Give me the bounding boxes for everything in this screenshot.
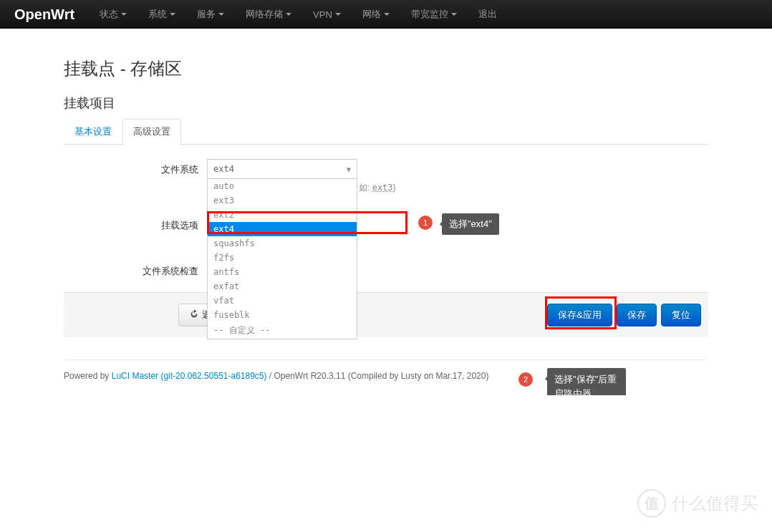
mount-options-row: 挂载选项 [64, 215, 708, 232]
main-container: 挂载点 - 存储区 挂载项目 基本设置高级设置 文件系统 ext4 ▼ 如: e… [49, 29, 723, 395]
caret-icon [451, 13, 457, 16]
filesystem-label: 文件系统 [64, 159, 207, 176]
nav-item-6[interactable]: 带宽监控 [400, 1, 468, 28]
filesystem-value: ext4 [213, 164, 234, 174]
fscheck-label: 文件系统检查 [64, 261, 207, 278]
caret-icon [384, 13, 390, 16]
nav-item-3[interactable]: 网络存储 [235, 1, 302, 28]
nav-item-2[interactable]: 服务 [186, 1, 235, 28]
footer-prefix: Powered by [64, 371, 112, 381]
fs-option-ext4[interactable]: ext4 [208, 222, 357, 236]
fs-option-squashfs[interactable]: squashfs [208, 236, 357, 251]
caret-icon [218, 13, 224, 16]
mount-options-label: 挂载选项 [64, 215, 207, 232]
fs-option-antfs[interactable]: antfs [208, 265, 357, 279]
form-area: 文件系统 ext4 ▼ 如: ext3) autoext3ext2ext4squ… [64, 159, 708, 278]
fs-option-vfat[interactable]: vfat [208, 294, 357, 308]
caret-icon [170, 13, 175, 16]
nav-item-1[interactable]: 系统 [137, 1, 186, 28]
annotation-tooltip-1: 选择"ext4" [442, 213, 499, 235]
filesystem-row: 文件系统 ext4 ▼ 如: ext3) autoext3ext2ext4squ… [64, 159, 708, 179]
refresh-icon [189, 309, 199, 321]
tabs: 基本设置高级设置 [64, 119, 708, 145]
page-title: 挂载点 - 存储区 [64, 57, 708, 80]
caret-icon [286, 13, 291, 16]
footer-suffix: / OpenWrt R20.3.11 (Compiled by Lusty on… [267, 371, 489, 381]
brand-logo[interactable]: OpenWrt [14, 6, 74, 23]
fs-option-ext2[interactable]: ext2 [208, 208, 357, 222]
section-title: 挂载项目 [64, 95, 708, 112]
reset-button[interactable]: 复位 [661, 304, 701, 327]
save-button[interactable]: 保存 [617, 304, 657, 327]
fs-option-exfat[interactable]: exfat [208, 279, 357, 294]
top-navbar: OpenWrt 状态系统服务网络存储VPN网络带宽监控退出 [0, 0, 772, 29]
fs-option-f2fs[interactable]: f2fs [208, 251, 357, 265]
filesystem-hint: 如: ext3) [359, 182, 396, 194]
annotation-badge-1: 1 [418, 216, 433, 230]
fs-option-fuseblk[interactable]: fuseblk [208, 308, 357, 322]
caret-icon [335, 13, 341, 16]
fscheck-row: 文件系统检查 [64, 261, 708, 278]
annotation-tooltip-2: 选择"保存"后重启路由器 [547, 368, 626, 395]
nav-item-7[interactable]: 退出 [468, 1, 508, 28]
action-bar: 返回至概况 保存&应用 保存 复位 [64, 292, 708, 338]
tab-1[interactable]: 高级设置 [122, 119, 181, 145]
annotation-badge-2: 2 [518, 372, 533, 387]
filesystem-control: ext4 ▼ 如: ext3) autoext3ext2ext4squashfs… [207, 159, 708, 179]
caret-icon [121, 13, 127, 16]
fs-option-auto[interactable]: auto [208, 179, 357, 193]
nav-item-5[interactable]: 网络 [352, 1, 400, 28]
nav-item-4[interactable]: VPN [302, 1, 352, 28]
filesystem-select[interactable]: ext4 ▼ [207, 159, 357, 179]
nav-item-0[interactable]: 状态 [89, 1, 137, 28]
save-apply-button[interactable]: 保存&应用 [547, 304, 612, 327]
filesystem-dropdown: autoext3ext2ext4squashfsf2fsantfsexfatvf… [207, 179, 357, 339]
footer-link[interactable]: LuCI Master (git-20.062.50551-a6189c5) [112, 371, 267, 381]
fs-option--- 自定义 --[interactable]: -- 自定义 -- [208, 322, 357, 339]
fs-option-ext3[interactable]: ext3 [208, 193, 357, 208]
tab-0[interactable]: 基本设置 [64, 119, 122, 145]
dropdown-arrow-icon: ▼ [347, 165, 351, 173]
